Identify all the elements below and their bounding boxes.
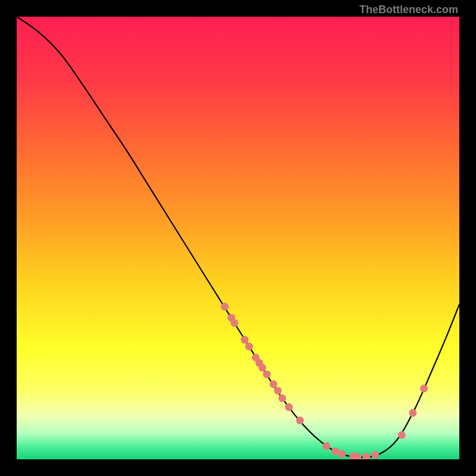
scatter-point (371, 451, 379, 459)
scatter-point (296, 416, 304, 424)
scatter-point (270, 380, 277, 388)
plot-svg (17, 17, 459, 459)
scatter-point (409, 409, 416, 416)
chart-container: TheBottleneck.com (0, 0, 476, 476)
scatter-point (338, 450, 346, 458)
scatter-point (221, 303, 228, 311)
scatter-point (322, 442, 330, 450)
scatter-point (263, 371, 271, 378)
scatter-point (241, 336, 249, 344)
scatter-point (278, 394, 286, 402)
scatter-point (274, 387, 281, 394)
attribution-text: TheBottleneck.com (359, 4, 458, 16)
scatter-point (398, 431, 406, 439)
scatter-point (420, 384, 428, 392)
scatter-point (245, 343, 253, 350)
gradient-background (17, 17, 459, 459)
plot-area (17, 17, 459, 459)
scatter-point (231, 319, 239, 327)
scatter-point (331, 447, 339, 455)
scatter-point (285, 403, 293, 411)
scatter-point (258, 364, 266, 371)
